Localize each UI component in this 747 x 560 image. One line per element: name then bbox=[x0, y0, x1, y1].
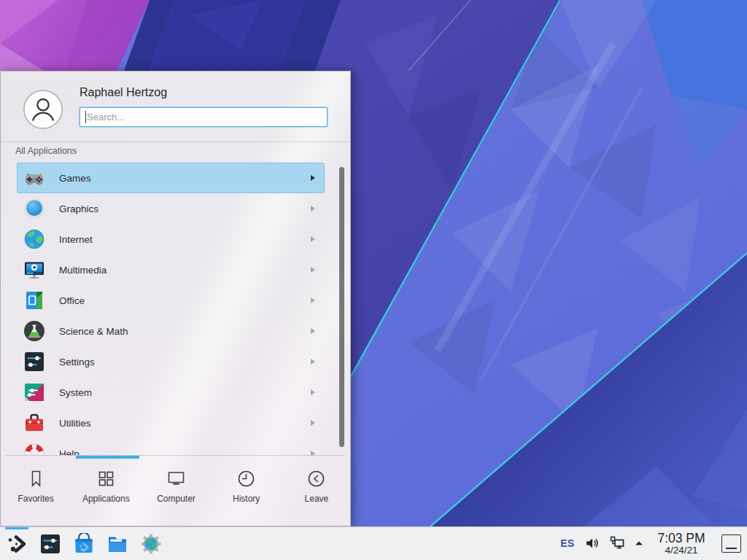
submenu-arrow-icon bbox=[311, 206, 315, 211]
menu-item-label: Graphics bbox=[59, 203, 311, 214]
submenu-arrow-icon bbox=[311, 359, 315, 365]
settings-icon bbox=[23, 350, 46, 373]
system-tray: ES 7:03 PM 4/24/21 bbox=[560, 532, 747, 556]
submenu-arrow-icon bbox=[311, 236, 315, 242]
multimedia-icon bbox=[23, 258, 46, 281]
menu-item-multimedia[interactable]: Multimedia bbox=[17, 254, 325, 285]
tab-label: Computer bbox=[157, 494, 196, 504]
user-avatar-icon[interactable] bbox=[23, 89, 63, 130]
submenu-arrow-icon bbox=[311, 389, 315, 395]
leave-icon bbox=[306, 469, 326, 489]
desktop: Raphael Hertzog All Applications Game bbox=[0, 0, 747, 560]
text-caret bbox=[85, 111, 86, 123]
network-icon[interactable] bbox=[609, 535, 625, 551]
menu-item-label: Utilities bbox=[59, 418, 311, 429]
bookmark-icon bbox=[26, 469, 46, 489]
launcher-active-indicator bbox=[5, 527, 28, 529]
submenu-arrow-icon bbox=[311, 298, 315, 303]
tab-history[interactable]: History bbox=[212, 460, 282, 518]
clock-date: 4/24/21 bbox=[651, 545, 711, 556]
section-label: All Applications bbox=[15, 146, 77, 156]
keyboard-layout-indicator[interactable]: ES bbox=[560, 537, 574, 549]
menu-item-label: Settings bbox=[59, 357, 311, 368]
system-settings-button[interactable] bbox=[39, 533, 61, 555]
discover-button[interactable] bbox=[73, 533, 95, 555]
system-icon bbox=[23, 381, 46, 404]
menu-item-utilities[interactable]: Utilities bbox=[17, 408, 325, 438]
list-divider bbox=[6, 455, 345, 456]
tab-computer[interactable]: Computer bbox=[141, 460, 211, 518]
tab-leave[interactable]: Leave bbox=[282, 460, 352, 518]
menu-item-label: Internet bbox=[59, 234, 311, 245]
tab-label: History bbox=[233, 494, 260, 504]
expand-tray-caret-icon[interactable] bbox=[634, 538, 644, 548]
menu-item-system[interactable]: System bbox=[17, 377, 325, 408]
games-icon bbox=[23, 166, 46, 190]
search-input[interactable] bbox=[80, 108, 327, 126]
tab-label: Applications bbox=[82, 494, 130, 504]
tab-label: Leave bbox=[305, 494, 329, 504]
file-manager-folder-icon bbox=[107, 533, 128, 555]
header-divider bbox=[1, 141, 350, 142]
submenu-arrow-icon bbox=[311, 328, 315, 334]
computer-icon bbox=[166, 469, 186, 489]
submenu-arrow-icon bbox=[311, 420, 315, 426]
menu-item-settings[interactable]: Settings bbox=[17, 346, 325, 377]
application-launcher-menu: Raphael Hertzog All Applications Game bbox=[0, 71, 351, 526]
internet-icon bbox=[23, 228, 46, 251]
menu-item-office[interactable]: Office bbox=[17, 285, 325, 316]
clock-time: 7:03 PM bbox=[651, 532, 711, 545]
active-tab-indicator bbox=[76, 456, 139, 459]
help-icon bbox=[23, 442, 46, 455]
science-icon bbox=[23, 319, 46, 343]
menu-scrollbar[interactable] bbox=[339, 167, 344, 447]
office-icon bbox=[23, 289, 46, 312]
tab-favorites[interactable]: Favorites bbox=[1, 460, 71, 518]
system-settings-icon bbox=[39, 533, 61, 555]
menu-item-label: System bbox=[59, 387, 311, 398]
user-name: Raphael Hertzog bbox=[80, 86, 167, 99]
search-box[interactable] bbox=[80, 107, 328, 127]
menu-item-label: Multimedia bbox=[59, 265, 311, 276]
menu-item-games[interactable]: Games bbox=[17, 163, 325, 193]
utilities-icon bbox=[23, 411, 46, 435]
volume-icon[interactable] bbox=[584, 535, 600, 551]
menu-item-label: Office bbox=[59, 295, 311, 306]
discover-software-icon bbox=[73, 533, 95, 555]
submenu-arrow-icon bbox=[311, 175, 315, 181]
web-browser-button[interactable] bbox=[140, 533, 162, 555]
menu-item-help[interactable]: Help bbox=[17, 438, 325, 455]
menu-item-label: Science & Math bbox=[59, 326, 311, 337]
application-launcher-button[interactable] bbox=[6, 533, 28, 555]
web-browser-icon bbox=[140, 533, 162, 555]
submenu-arrow-icon bbox=[311, 267, 315, 273]
menu-item-graphics[interactable]: Graphics bbox=[17, 193, 325, 224]
application-category-list: Games Graphics bbox=[1, 163, 352, 455]
application-launcher-icon bbox=[6, 533, 28, 555]
taskbar-panel: ES 7:03 PM 4/24/21 bbox=[0, 526, 747, 560]
graphics-icon bbox=[23, 197, 46, 220]
menu-item-label: Help bbox=[59, 448, 311, 456]
menu-tab-bar: Favorites Applications Computer bbox=[1, 460, 352, 518]
tab-label: Favorites bbox=[18, 494, 53, 504]
menu-item-science-math[interactable]: Science & Math bbox=[17, 316, 325, 346]
menu-item-label: Games bbox=[59, 173, 311, 184]
tab-applications[interactable]: Applications bbox=[71, 460, 141, 518]
menu-item-internet[interactable]: Internet bbox=[17, 224, 325, 254]
history-clock-icon bbox=[236, 469, 256, 489]
file-manager-button[interactable] bbox=[107, 533, 128, 555]
digital-clock[interactable]: 7:03 PM 4/24/21 bbox=[651, 532, 711, 556]
app-grid-icon bbox=[96, 469, 116, 489]
show-desktop-button[interactable] bbox=[721, 534, 741, 553]
